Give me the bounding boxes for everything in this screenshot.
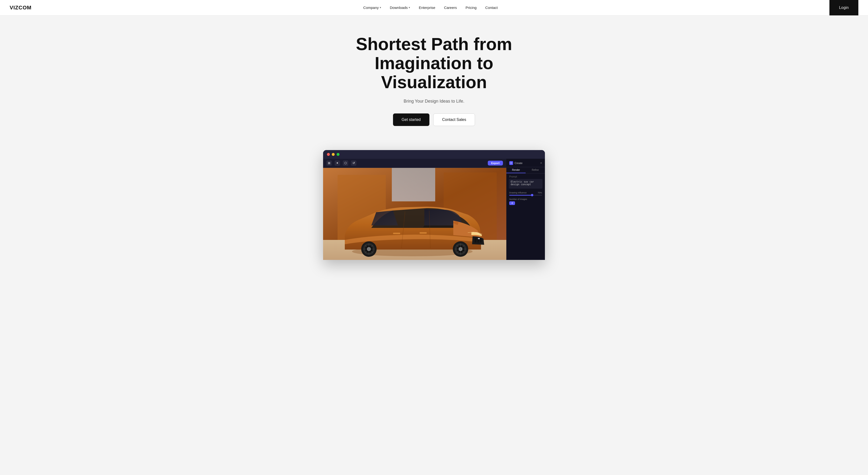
car-scene — [323, 168, 506, 260]
prompt-label: Prompt — [506, 173, 545, 179]
toolbar-icon-2[interactable]: ✦ — [335, 161, 340, 166]
panel-header: ✦ Create × — [506, 159, 545, 167]
prompt-input[interactable] — [509, 179, 542, 189]
slider-fill — [509, 195, 532, 196]
panel-title: Create — [515, 162, 523, 165]
window-dot-green — [337, 153, 340, 156]
app-canvas — [323, 168, 506, 260]
nav-pricing[interactable]: Pricing — [466, 5, 477, 10]
nav-enterprise[interactable]: Enterprise — [419, 5, 435, 10]
hero-title: Shortest Path from Imagination to Visual… — [338, 35, 530, 92]
hero-subtitle: Bring Your Design Ideas to Life. — [338, 99, 530, 104]
drawing-influence-row: Drawing Influence 70% — [506, 191, 545, 197]
svg-rect-3 — [392, 168, 435, 201]
number-of-images-value[interactable]: 4 — [509, 201, 515, 205]
chevron-down-icon: ▾ — [409, 6, 410, 9]
drawing-influence-label: Drawing Influence — [509, 192, 527, 194]
app-window: ⊞ ✦ ⬡ ↺ Export — [323, 150, 545, 260]
hero-section: Shortest Path from Imagination to Visual… — [0, 0, 868, 475]
window-dot-red — [327, 153, 330, 156]
app-right-panel: ✦ Create × Render Refine Prompt — [506, 159, 545, 260]
app-body: ⊞ ✦ ⬡ ↺ Export — [323, 159, 545, 260]
panel-tabs: Render Refine — [506, 167, 545, 173]
get-started-button[interactable]: Get started — [393, 113, 429, 126]
nav-links: Company ▾ Downloads ▾ Enterprise Careers… — [363, 5, 498, 10]
window-dot-yellow — [332, 153, 335, 156]
panel-close-button[interactable]: × — [540, 161, 542, 165]
svg-rect-9 — [478, 238, 480, 239]
drawing-influence-slider[interactable] — [509, 195, 542, 196]
toolbar-icon-3[interactable]: ⬡ — [343, 161, 348, 166]
contact-sales-button[interactable]: Contact Sales — [433, 113, 475, 126]
create-icon: ✦ — [509, 161, 513, 165]
number-of-images-label: Number of Images — [509, 198, 542, 200]
export-button[interactable]: Export — [488, 161, 503, 166]
nav-careers[interactable]: Careers — [444, 5, 457, 10]
number-of-images-row: Number of Images 4 — [506, 197, 545, 206]
tab-refine[interactable]: Refine — [526, 167, 545, 173]
app-topbar: ⊞ ✦ ⬡ ↺ Export — [323, 159, 506, 168]
slider-thumb[interactable] — [531, 194, 533, 196]
tab-render[interactable]: Render — [506, 167, 526, 173]
toolbar-icon-1[interactable]: ⊞ — [327, 161, 332, 166]
nav-downloads[interactable]: Downloads ▾ — [390, 5, 410, 10]
chevron-down-icon: ▾ — [380, 6, 381, 9]
app-main-area: ⊞ ✦ ⬡ ↺ Export — [323, 159, 506, 260]
svg-rect-29 — [420, 232, 427, 234]
app-preview: ⊞ ✦ ⬡ ↺ Export — [323, 150, 545, 260]
hero-buttons: Get started Contact Sales — [338, 113, 530, 126]
hero-text-block: Shortest Path from Imagination to Visual… — [333, 15, 535, 150]
panel-header-left: ✦ Create — [509, 161, 523, 165]
nav-right: Login — [830, 0, 858, 15]
drawing-influence-label-row: Drawing Influence 70% — [509, 192, 542, 194]
nav-company[interactable]: Company ▾ — [363, 5, 381, 10]
svg-rect-28 — [393, 233, 400, 234]
login-button[interactable]: Login — [830, 0, 858, 15]
navbar: VIZCOM Company ▾ Downloads ▾ Enterprise … — [0, 0, 868, 15]
nav-contact[interactable]: Contact — [485, 5, 498, 10]
drawing-influence-value: 70% — [538, 192, 542, 194]
brand-logo[interactable]: VIZCOM — [10, 5, 32, 11]
toolbar-icon-4[interactable]: ↺ — [351, 161, 356, 166]
app-titlebar — [323, 150, 545, 159]
scene-background — [323, 168, 506, 260]
